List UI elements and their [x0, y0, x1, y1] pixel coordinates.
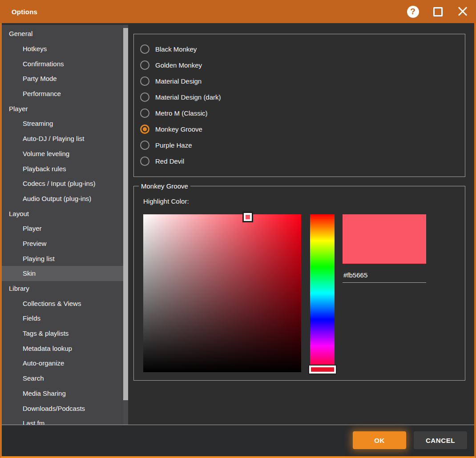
- sidebar-item-auto-organize[interactable]: Auto-organize: [2, 356, 123, 371]
- monkey-groove-group: Monkey Groove Highlight Color:: [133, 186, 465, 381]
- skin-option-label: Metro M (Classic): [155, 109, 208, 117]
- sidebar-item-confirmations[interactable]: Confirmations: [2, 56, 123, 71]
- sv-cursor[interactable]: [242, 212, 253, 222]
- skin-option-monkey-groove[interactable]: Monkey Groove: [140, 121, 465, 137]
- skin-option-metro-m-classic[interactable]: Metro M (Classic): [140, 105, 465, 121]
- skin-option-label: Monkey Groove: [155, 125, 202, 133]
- sidebar-item-streaming[interactable]: Streaming: [2, 116, 123, 131]
- sidebar-item-skin[interactable]: Skin: [2, 266, 123, 281]
- help-button[interactable]: ?: [405, 3, 420, 20]
- sidebar-item-search[interactable]: Search: [2, 371, 123, 386]
- skin-option-label: Red Devil: [155, 157, 184, 165]
- sidebar-item-party-mode[interactable]: Party Mode: [2, 71, 123, 86]
- close-icon: [457, 6, 468, 17]
- maximize-icon: [433, 7, 443, 16]
- skin-option-purple-haze[interactable]: Purple Haze: [140, 137, 465, 153]
- sidebar-item-volume-leveling[interactable]: Volume leveling: [2, 146, 123, 161]
- sidebar-item-last-fm[interactable]: Last.fm: [2, 416, 123, 425]
- sidebar-item-codecs-input-plug-ins[interactable]: Codecs / Input (plug-ins): [2, 176, 123, 191]
- sidebar-item-metadata-lookup[interactable]: Metadata lookup: [2, 341, 123, 356]
- skin-option-label: Material Design: [155, 77, 202, 85]
- sidebar-item-fields[interactable]: Fields: [2, 311, 123, 326]
- group-legend: Monkey Groove: [139, 181, 190, 191]
- hue-slider[interactable]: [310, 214, 335, 372]
- skin-selection-group: Black MonkeyGolden MonkeyMaterial Design…: [133, 34, 465, 177]
- radio-selected-icon: [140, 125, 149, 134]
- radio-icon: [140, 76, 149, 86]
- ok-button[interactable]: OK: [353, 431, 406, 449]
- skin-option-label: Golden Monkey: [155, 61, 202, 69]
- skin-option-material-design[interactable]: Material Design: [140, 73, 465, 89]
- radio-icon: [140, 157, 149, 166]
- saturation-value-field[interactable]: [143, 214, 301, 372]
- sidebar-item-hotkeys[interactable]: Hotkeys: [2, 41, 123, 56]
- options-dialog: Options ? GeneralHotkeysConfirmationsPar…: [0, 0, 476, 458]
- radio-icon: [140, 60, 149, 70]
- sidebar-item-player[interactable]: Player: [2, 221, 123, 236]
- hue-cursor-swatch: [309, 366, 336, 374]
- sidebar-item-library[interactable]: Library: [2, 281, 123, 296]
- window-controls: ?: [405, 0, 470, 23]
- color-preview-swatch: [343, 214, 426, 264]
- skin-option-label: Black Monkey: [155, 45, 197, 53]
- hex-color-input[interactable]: [343, 269, 426, 283]
- skin-option-black-monkey[interactable]: Black Monkey: [140, 41, 465, 57]
- sidebar-item-performance[interactable]: Performance: [2, 86, 123, 101]
- settings-sidebar: GeneralHotkeysConfirmationsParty ModePer…: [2, 25, 128, 425]
- highlight-color-label: Highlight Color:: [143, 197, 189, 205]
- sidebar-scrollbar-thumb[interactable]: [123, 28, 128, 400]
- sidebar-nav: GeneralHotkeysConfirmationsParty ModePer…: [2, 26, 123, 425]
- footer-bar: OK CANCEL: [2, 425, 474, 456]
- sidebar-item-auto-dj-playing-list[interactable]: Auto-DJ / Playing list: [2, 131, 123, 146]
- sidebar-scrollbar-track[interactable]: [123, 25, 128, 425]
- hue-cursor[interactable]: [308, 365, 337, 374]
- sidebar-item-downloads-podcasts[interactable]: Downloads/Podcasts: [2, 401, 123, 416]
- skin-option-golden-monkey[interactable]: Golden Monkey: [140, 57, 465, 73]
- sidebar-item-playing-list[interactable]: Playing list: [2, 251, 123, 266]
- radio-icon: [140, 108, 149, 118]
- skin-option-red-devil[interactable]: Red Devil: [140, 153, 465, 169]
- help-icon: ?: [407, 6, 419, 18]
- skin-option-label: Material Design (dark): [155, 93, 221, 101]
- window-title: Options: [12, 8, 37, 16]
- sv-cursor-swatch: [244, 213, 252, 221]
- skin-option-material-design-dark[interactable]: Material Design (dark): [140, 89, 465, 105]
- radio-icon: [140, 44, 149, 54]
- sidebar-item-layout[interactable]: Layout: [2, 206, 123, 221]
- sidebar-item-general[interactable]: General: [2, 26, 123, 41]
- maximize-button[interactable]: [430, 3, 445, 20]
- skin-option-label: Purple Haze: [155, 141, 192, 149]
- sidebar-item-tags-playlists[interactable]: Tags & playlists: [2, 326, 123, 341]
- radio-icon: [140, 141, 149, 150]
- sidebar-item-collections-views[interactable]: Collections & Views: [2, 296, 123, 311]
- sidebar-item-playback-rules[interactable]: Playback rules: [2, 161, 123, 176]
- cancel-button[interactable]: CANCEL: [414, 431, 467, 449]
- radio-icon: [140, 92, 149, 102]
- sidebar-item-preview[interactable]: Preview: [2, 236, 123, 251]
- sidebar-item-audio-output-plug-ins[interactable]: Audio Output (plug-ins): [2, 191, 123, 206]
- titlebar: Options ?: [0, 0, 476, 23]
- close-button[interactable]: [455, 3, 470, 20]
- sidebar-item-media-sharing[interactable]: Media Sharing: [2, 386, 123, 401]
- sidebar-item-player[interactable]: Player: [2, 101, 123, 116]
